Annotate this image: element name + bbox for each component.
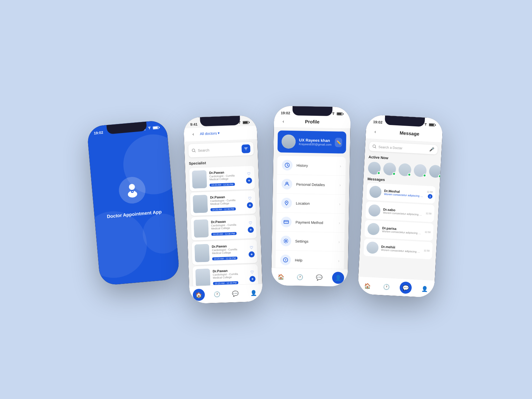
settings-chevron: › [338,239,340,244]
menu-item-help[interactable]: ? Help › [275,250,344,271]
nav-user-messages[interactable]: 👤 [418,282,431,295]
favorite-icon-3[interactable]: ♡ [249,221,252,225]
search-icon-msg [372,144,377,149]
wifi-icon-m [424,123,428,126]
personal-chevron: › [339,183,341,187]
help-svg: ? [283,257,288,263]
doctor-avatar-5 [195,268,210,287]
nav-user-profile[interactable]: 👤 [332,272,344,284]
favorite-icon-5[interactable]: ♡ [250,270,254,275]
msg-time-4: 12.50 [424,249,430,252]
msg-meta-1: 12.50 2 [427,191,433,199]
nav-home-doctors[interactable]: 🏠 [193,289,205,301]
svg-rect-29 [337,113,341,115]
search-bar-doctors[interactable]: Search [188,142,254,158]
svg-point-49 [373,145,375,147]
message-item-1[interactable]: Dr.Meshal Worem consectetur adipiscing e… [366,183,436,204]
add-button-2[interactable]: + [247,202,253,208]
person-svg [284,182,290,187]
all-doctors-dropdown[interactable]: All doctors ▾ [200,131,220,136]
status-time-profile: 19:02 [281,111,290,115]
nav-home-messages[interactable]: 🏠 [361,279,374,292]
back-button-profile[interactable]: ‹ [279,117,287,125]
dropdown-arrow: ▾ [217,131,219,135]
doctor-actions-3: ♡ + [247,221,254,233]
nav-chat-doctors[interactable]: 💬 [229,287,241,300]
doctor-avatar-3 [194,219,209,238]
nav-chat-messages[interactable]: 💬 [399,281,412,294]
svg-line-33 [287,165,288,166]
favorite-icon-2[interactable]: ♡ [248,196,251,201]
phone-doctors: 9:41 ‹ All doctors ▾ Search Specialist [183,115,263,304]
message-search-bar[interactable]: Search a Doctar 🎤 [369,142,438,155]
pin-svg [284,200,289,206]
online-indicator-1 [377,171,381,175]
messages-title: Message [382,129,437,138]
online-indicator-4 [423,174,427,177]
nav-profile-doctors[interactable]: 👤 [247,287,260,299]
profile-title: Profile [305,119,320,125]
doctor-spec-1: Cardiologist - Cumilla Medical College [209,174,243,181]
doctor-card-1[interactable]: Dr.Pawan Cardiologist - Cumilla Medical … [189,166,255,192]
favorite-icon-4[interactable]: ♡ [249,245,253,250]
nav-home-profile[interactable]: 🏠 [275,271,287,283]
nav-chat-profile[interactable]: 💬 [313,271,325,284]
personal-icon [282,179,293,190]
mic-icon[interactable]: 🎤 [429,147,435,152]
doctors-header: ‹ All doctors ▾ [184,126,257,142]
doctor-info-2: Dr.Pawan Cardiologist - Cumilla Medical … [210,194,245,212]
filter-button[interactable] [241,144,250,153]
back-button-messages[interactable]: ‹ [371,127,379,136]
doctor-avatar-4 [195,244,210,263]
phone-messages-inner: 19:02 ‹ Message Search a Doctar 🎤 Active… [357,114,443,298]
nav-clock-profile[interactable]: 🕐 [294,271,306,283]
search-icon-doctors [192,149,196,153]
online-indicator-2 [392,172,396,176]
doctor-card-3[interactable]: Dr.Pawan Cardiologist - Cumilla Medical … [191,215,257,241]
doctor-card-2[interactable]: Dr.Pawan Cardiologist - Cumilla Medical … [190,191,256,216]
help-chevron: › [338,258,339,263]
back-button-doctors[interactable]: ‹ [189,130,198,138]
message-item-2[interactable]: Dr.sabo Worem consectetur adipiscing eli… [365,201,435,222]
battery-icon [153,126,160,130]
phone-splash-inner: 19:02 Doctor Appointment App [86,120,180,286]
nav-clock-doctors[interactable]: 🕐 [211,288,223,300]
add-button-5[interactable]: + [249,276,256,282]
phone-doctors-inner: 9:41 ‹ All doctors ▾ Search Specialist [183,115,263,304]
msg-avatar-2 [368,204,381,217]
add-button-3[interactable]: + [248,227,254,233]
svg-point-38 [285,240,287,242]
add-button-1[interactable]: + [246,178,252,184]
doctor-time-1: 10:20 AM - 12:30 PM [209,183,235,187]
specialist-label: Specialist [185,158,258,167]
menu-item-payment[interactable]: Payment Method › [276,212,345,233]
battery-icon-p [336,112,344,115]
msg-meta-3: 12.50 [425,230,431,233]
menu-item-location[interactable]: Location › [276,194,345,214]
user-avatar [282,134,296,149]
svg-rect-47 [429,124,434,126]
doctor-spec-4: Cardiologist - Cumilla Medical College [212,247,246,255]
notch-doctors [200,116,240,126]
menu-item-history[interactable]: History › [277,156,346,176]
clock-svg [285,163,290,168]
svg-point-19 [192,149,195,152]
doctor-card-4[interactable]: Dr.Pawan Cardiologist - Cumilla Medical … [192,240,257,265]
wifi-icon [147,126,152,130]
menu-item-settings[interactable]: Settings › [276,231,344,252]
message-item-3[interactable]: Dr.parisa Worem consectetur adipiscing e… [364,220,434,241]
msg-meta-4: 12.50 [424,249,430,252]
bottom-nav-messages: 🏠 🕐 💬 👤 [357,276,435,298]
edit-profile-button[interactable]: ✏️ [335,138,342,147]
notch-profile [292,106,332,116]
location-label: Location [296,201,335,206]
add-button-4[interactable]: + [249,251,255,258]
favorite-icon-1[interactable]: ♡ [247,172,251,176]
message-item-4[interactable]: Dr.mehiii Worem consectetur adipiscing e… [363,238,433,259]
settings-label: Settings [295,239,334,244]
svg-rect-17 [243,121,248,123]
msg-meta-2: 12.50 [426,212,432,215]
menu-item-personal[interactable]: Personal Detailes › [277,175,345,195]
nav-clock-messages[interactable]: 🕐 [380,280,393,293]
msg-time-2: 12.50 [426,212,432,215]
